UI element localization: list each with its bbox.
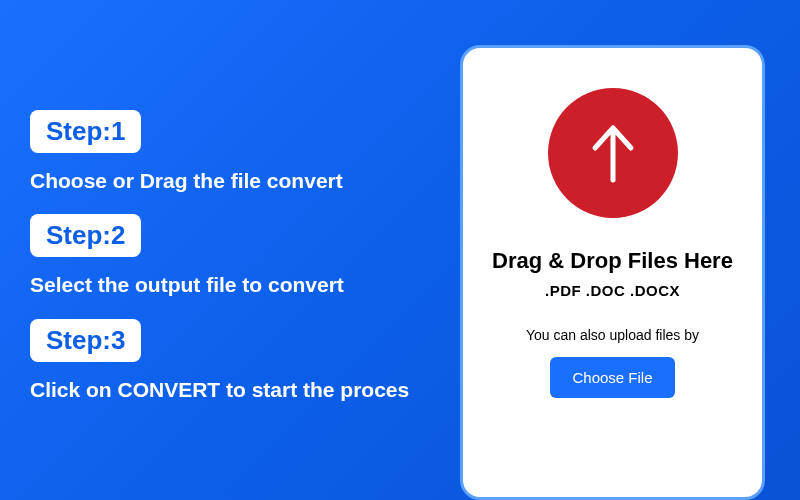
step-3-block: Step:3 Click on CONVERT to start the pro…	[30, 319, 440, 403]
instructions-panel: Step:1 Choose or Drag the file convert S…	[0, 0, 460, 500]
upload-hint-text: You can also upload files by	[526, 327, 699, 343]
step-2-block: Step:2 Select the output file to convert	[30, 214, 440, 298]
upload-panel: Drag & Drop Files Here .PDF .DOC .DOCX Y…	[460, 0, 800, 500]
step-3-badge: Step:3	[30, 319, 141, 362]
step-1-text: Choose or Drag the file convert	[30, 167, 440, 194]
choose-file-button[interactable]: Choose File	[550, 357, 674, 398]
upload-arrow-icon	[548, 88, 678, 218]
step-1-block: Step:1 Choose or Drag the file convert	[30, 110, 440, 194]
step-2-badge: Step:2	[30, 214, 141, 257]
step-3-text: Click on CONVERT to start the proces	[30, 376, 440, 403]
upload-card[interactable]: Drag & Drop Files Here .PDF .DOC .DOCX Y…	[460, 45, 765, 500]
supported-file-types: .PDF .DOC .DOCX	[545, 282, 680, 299]
drag-drop-title: Drag & Drop Files Here	[492, 248, 733, 274]
step-1-badge: Step:1	[30, 110, 141, 153]
step-2-text: Select the output file to convert	[30, 271, 440, 298]
